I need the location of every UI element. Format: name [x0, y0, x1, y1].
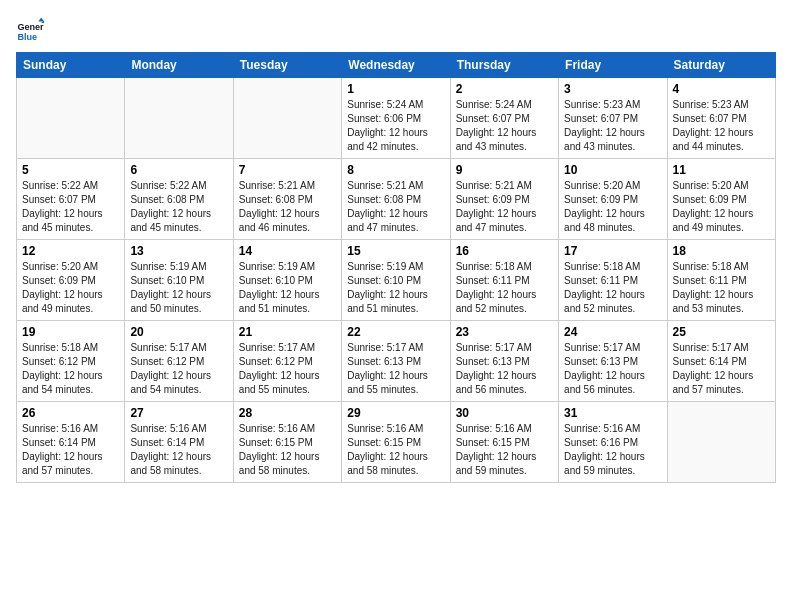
calendar-cell: 2Sunrise: 5:24 AMSunset: 6:07 PMDaylight…	[450, 78, 558, 159]
day-number: 10	[564, 163, 661, 177]
calendar-week-3: 12Sunrise: 5:20 AMSunset: 6:09 PMDayligh…	[17, 240, 776, 321]
day-number: 7	[239, 163, 336, 177]
day-number: 13	[130, 244, 227, 258]
day-info: Sunrise: 5:21 AMSunset: 6:08 PMDaylight:…	[347, 179, 444, 235]
day-number: 26	[22, 406, 119, 420]
calendar-cell: 15Sunrise: 5:19 AMSunset: 6:10 PMDayligh…	[342, 240, 450, 321]
day-number: 6	[130, 163, 227, 177]
day-number: 17	[564, 244, 661, 258]
calendar-header-saturday: Saturday	[667, 53, 775, 78]
calendar-cell: 12Sunrise: 5:20 AMSunset: 6:09 PMDayligh…	[17, 240, 125, 321]
day-number: 15	[347, 244, 444, 258]
calendar-cell: 24Sunrise: 5:17 AMSunset: 6:13 PMDayligh…	[559, 321, 667, 402]
calendar-cell: 30Sunrise: 5:16 AMSunset: 6:15 PMDayligh…	[450, 402, 558, 483]
svg-text:General: General	[17, 22, 44, 32]
day-number: 11	[673, 163, 770, 177]
day-number: 25	[673, 325, 770, 339]
day-info: Sunrise: 5:23 AMSunset: 6:07 PMDaylight:…	[564, 98, 661, 154]
calendar-cell: 29Sunrise: 5:16 AMSunset: 6:15 PMDayligh…	[342, 402, 450, 483]
day-info: Sunrise: 5:17 AMSunset: 6:13 PMDaylight:…	[347, 341, 444, 397]
day-info: Sunrise: 5:17 AMSunset: 6:13 PMDaylight:…	[456, 341, 553, 397]
day-info: Sunrise: 5:20 AMSunset: 6:09 PMDaylight:…	[564, 179, 661, 235]
calendar-header-wednesday: Wednesday	[342, 53, 450, 78]
day-info: Sunrise: 5:16 AMSunset: 6:14 PMDaylight:…	[130, 422, 227, 478]
page-header: General Blue	[16, 16, 776, 44]
day-info: Sunrise: 5:18 AMSunset: 6:11 PMDaylight:…	[564, 260, 661, 316]
day-number: 22	[347, 325, 444, 339]
day-info: Sunrise: 5:16 AMSunset: 6:15 PMDaylight:…	[456, 422, 553, 478]
day-info: Sunrise: 5:22 AMSunset: 6:08 PMDaylight:…	[130, 179, 227, 235]
calendar-cell: 14Sunrise: 5:19 AMSunset: 6:10 PMDayligh…	[233, 240, 341, 321]
day-info: Sunrise: 5:16 AMSunset: 6:15 PMDaylight:…	[239, 422, 336, 478]
svg-text:Blue: Blue	[17, 32, 37, 42]
calendar-cell: 3Sunrise: 5:23 AMSunset: 6:07 PMDaylight…	[559, 78, 667, 159]
day-info: Sunrise: 5:19 AMSunset: 6:10 PMDaylight:…	[347, 260, 444, 316]
day-number: 24	[564, 325, 661, 339]
calendar-cell: 18Sunrise: 5:18 AMSunset: 6:11 PMDayligh…	[667, 240, 775, 321]
day-number: 21	[239, 325, 336, 339]
day-info: Sunrise: 5:16 AMSunset: 6:15 PMDaylight:…	[347, 422, 444, 478]
calendar-cell: 5Sunrise: 5:22 AMSunset: 6:07 PMDaylight…	[17, 159, 125, 240]
calendar-cell: 21Sunrise: 5:17 AMSunset: 6:12 PMDayligh…	[233, 321, 341, 402]
day-info: Sunrise: 5:24 AMSunset: 6:06 PMDaylight:…	[347, 98, 444, 154]
day-info: Sunrise: 5:21 AMSunset: 6:09 PMDaylight:…	[456, 179, 553, 235]
day-info: Sunrise: 5:21 AMSunset: 6:08 PMDaylight:…	[239, 179, 336, 235]
calendar-header-thursday: Thursday	[450, 53, 558, 78]
day-info: Sunrise: 5:17 AMSunset: 6:12 PMDaylight:…	[239, 341, 336, 397]
calendar-week-1: 1Sunrise: 5:24 AMSunset: 6:06 PMDaylight…	[17, 78, 776, 159]
day-number: 1	[347, 82, 444, 96]
calendar-cell: 4Sunrise: 5:23 AMSunset: 6:07 PMDaylight…	[667, 78, 775, 159]
day-number: 19	[22, 325, 119, 339]
day-info: Sunrise: 5:18 AMSunset: 6:11 PMDaylight:…	[456, 260, 553, 316]
day-number: 14	[239, 244, 336, 258]
day-number: 3	[564, 82, 661, 96]
day-number: 27	[130, 406, 227, 420]
day-number: 12	[22, 244, 119, 258]
day-info: Sunrise: 5:18 AMSunset: 6:11 PMDaylight:…	[673, 260, 770, 316]
calendar-cell	[125, 78, 233, 159]
calendar-cell: 25Sunrise: 5:17 AMSunset: 6:14 PMDayligh…	[667, 321, 775, 402]
day-info: Sunrise: 5:17 AMSunset: 6:12 PMDaylight:…	[130, 341, 227, 397]
day-info: Sunrise: 5:16 AMSunset: 6:14 PMDaylight:…	[22, 422, 119, 478]
calendar-table: SundayMondayTuesdayWednesdayThursdayFrid…	[16, 52, 776, 483]
day-info: Sunrise: 5:23 AMSunset: 6:07 PMDaylight:…	[673, 98, 770, 154]
day-info: Sunrise: 5:16 AMSunset: 6:16 PMDaylight:…	[564, 422, 661, 478]
calendar-cell: 16Sunrise: 5:18 AMSunset: 6:11 PMDayligh…	[450, 240, 558, 321]
calendar-header-friday: Friday	[559, 53, 667, 78]
day-number: 16	[456, 244, 553, 258]
calendar-header-row: SundayMondayTuesdayWednesdayThursdayFrid…	[17, 53, 776, 78]
day-number: 20	[130, 325, 227, 339]
calendar-cell: 20Sunrise: 5:17 AMSunset: 6:12 PMDayligh…	[125, 321, 233, 402]
calendar-header-tuesday: Tuesday	[233, 53, 341, 78]
calendar-cell: 6Sunrise: 5:22 AMSunset: 6:08 PMDaylight…	[125, 159, 233, 240]
calendar-cell: 23Sunrise: 5:17 AMSunset: 6:13 PMDayligh…	[450, 321, 558, 402]
day-number: 28	[239, 406, 336, 420]
calendar-week-4: 19Sunrise: 5:18 AMSunset: 6:12 PMDayligh…	[17, 321, 776, 402]
day-info: Sunrise: 5:19 AMSunset: 6:10 PMDaylight:…	[239, 260, 336, 316]
logo: General Blue	[16, 16, 48, 44]
day-info: Sunrise: 5:20 AMSunset: 6:09 PMDaylight:…	[673, 179, 770, 235]
day-info: Sunrise: 5:17 AMSunset: 6:14 PMDaylight:…	[673, 341, 770, 397]
calendar-week-5: 26Sunrise: 5:16 AMSunset: 6:14 PMDayligh…	[17, 402, 776, 483]
calendar-cell	[17, 78, 125, 159]
day-info: Sunrise: 5:18 AMSunset: 6:12 PMDaylight:…	[22, 341, 119, 397]
day-info: Sunrise: 5:19 AMSunset: 6:10 PMDaylight:…	[130, 260, 227, 316]
calendar-week-2: 5Sunrise: 5:22 AMSunset: 6:07 PMDaylight…	[17, 159, 776, 240]
day-info: Sunrise: 5:24 AMSunset: 6:07 PMDaylight:…	[456, 98, 553, 154]
day-number: 2	[456, 82, 553, 96]
calendar-header-sunday: Sunday	[17, 53, 125, 78]
day-number: 18	[673, 244, 770, 258]
day-number: 5	[22, 163, 119, 177]
calendar-header-monday: Monday	[125, 53, 233, 78]
day-info: Sunrise: 5:17 AMSunset: 6:13 PMDaylight:…	[564, 341, 661, 397]
calendar-cell: 31Sunrise: 5:16 AMSunset: 6:16 PMDayligh…	[559, 402, 667, 483]
day-number: 31	[564, 406, 661, 420]
logo-icon: General Blue	[16, 16, 44, 44]
day-number: 29	[347, 406, 444, 420]
calendar-cell: 28Sunrise: 5:16 AMSunset: 6:15 PMDayligh…	[233, 402, 341, 483]
calendar-cell	[233, 78, 341, 159]
day-number: 9	[456, 163, 553, 177]
calendar-cell: 7Sunrise: 5:21 AMSunset: 6:08 PMDaylight…	[233, 159, 341, 240]
calendar-cell: 10Sunrise: 5:20 AMSunset: 6:09 PMDayligh…	[559, 159, 667, 240]
day-info: Sunrise: 5:22 AMSunset: 6:07 PMDaylight:…	[22, 179, 119, 235]
